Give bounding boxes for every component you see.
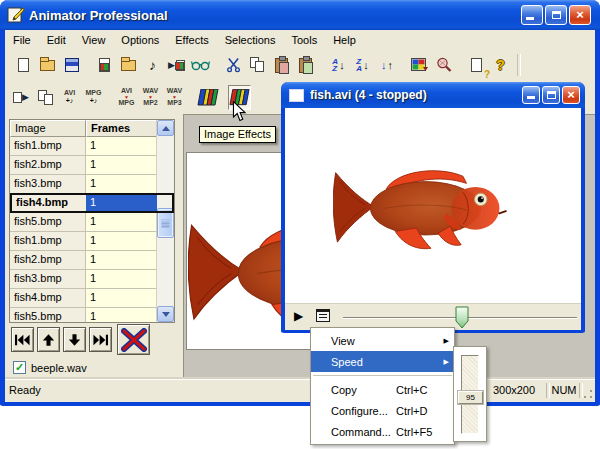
close-icon: × bbox=[567, 88, 575, 101]
build-animation-button[interactable] bbox=[34, 85, 57, 110]
new-file-button[interactable] bbox=[12, 53, 35, 78]
child-maximize-button[interactable] bbox=[542, 86, 560, 104]
cell-frames[interactable]: 1 bbox=[86, 289, 157, 308]
sort-az-button[interactable]: AZ↓ bbox=[327, 53, 350, 78]
table-row[interactable]: fish5.bmp1 bbox=[10, 213, 174, 232]
new-image-button[interactable] bbox=[93, 53, 116, 78]
play-animation-button[interactable]: ▶ bbox=[10, 85, 33, 110]
table-row[interactable]: fish2.bmp1 bbox=[10, 251, 174, 270]
delete-frame-button[interactable] bbox=[117, 324, 150, 355]
paste-image-button[interactable] bbox=[294, 53, 317, 78]
cell-frames[interactable]: 1 bbox=[86, 156, 157, 175]
wav-to-mp3-button[interactable]: WAV▼MP3 bbox=[163, 85, 186, 110]
audio-track-row: ✓ beeple.wav bbox=[13, 361, 87, 374]
audio-button[interactable]: ♪ bbox=[141, 53, 164, 78]
child-window: fish.avi (4 - stopped) × bbox=[281, 82, 585, 333]
menu-item-configure[interactable]: Configure... Ctrl+D bbox=[311, 400, 454, 421]
skip-first-icon bbox=[15, 334, 30, 346]
child-close-button[interactable]: × bbox=[562, 86, 580, 104]
close-button[interactable]: × bbox=[569, 5, 591, 25]
table-row[interactable]: fish3.bmp1 bbox=[10, 270, 174, 289]
menu-item-copy[interactable]: Copy Ctrl+C bbox=[311, 379, 454, 400]
menu-options[interactable]: Options bbox=[113, 32, 167, 48]
zoom-button[interactable] bbox=[432, 53, 455, 78]
speed-submenu: 95 bbox=[453, 346, 487, 442]
cell-frames[interactable]: 1 bbox=[86, 308, 157, 323]
mpg-audio-button[interactable]: MPG+♪ bbox=[82, 85, 105, 110]
app-icon[interactable] bbox=[7, 6, 25, 24]
save-button[interactable] bbox=[60, 53, 83, 78]
cell-image[interactable]: fish2.bmp bbox=[10, 251, 86, 270]
play-button[interactable]: ▶ bbox=[294, 309, 303, 323]
scroll-up-button[interactable] bbox=[157, 120, 174, 136]
speed-slider-thumb[interactable]: 95 bbox=[458, 391, 483, 404]
column-header-image[interactable]: Image bbox=[10, 120, 86, 137]
cell-frames[interactable]: 1 bbox=[86, 175, 157, 194]
minimize-button[interactable] bbox=[521, 5, 543, 25]
film-effects-button[interactable] bbox=[196, 85, 219, 110]
menu-item-command[interactable]: Command... Ctrl+F5 bbox=[311, 421, 454, 442]
first-frame-button[interactable] bbox=[11, 327, 34, 352]
cell-image[interactable]: fish3.bmp bbox=[10, 175, 86, 194]
cell-image[interactable]: fish4.bmp bbox=[12, 195, 86, 211]
paste-frame-button[interactable] bbox=[270, 53, 293, 78]
cell-image[interactable]: fish3.bmp bbox=[10, 270, 86, 289]
preview-button[interactable] bbox=[189, 53, 212, 78]
menu-selections[interactable]: Selections bbox=[217, 32, 284, 48]
audio-track-checkbox[interactable]: ✓ bbox=[13, 361, 26, 374]
frame-list-button[interactable] bbox=[316, 309, 330, 322]
play-frames-button[interactable]: ▶ bbox=[165, 53, 188, 78]
table-row[interactable]: fish1.bmp1 bbox=[10, 137, 174, 156]
cell-frames[interactable]: 1 bbox=[86, 137, 157, 156]
cell-frames[interactable]: 1 bbox=[86, 270, 157, 289]
column-header-frames[interactable]: Frames bbox=[86, 120, 157, 137]
menu-help[interactable]: Help bbox=[325, 32, 364, 48]
scroll-down-button[interactable] bbox=[157, 306, 174, 322]
resize-grip[interactable] bbox=[581, 388, 594, 401]
open-button[interactable] bbox=[36, 53, 59, 78]
maximize-button[interactable] bbox=[545, 5, 567, 25]
menu-effects[interactable]: Effects bbox=[167, 32, 216, 48]
reverse-order-button[interactable]: ↓↑ bbox=[375, 53, 398, 78]
cut-button[interactable] bbox=[222, 53, 245, 78]
next-frame-button[interactable] bbox=[63, 327, 86, 352]
table-row[interactable]: fish4.bmp1 bbox=[10, 289, 174, 308]
table-row[interactable]: fish3.bmp1 bbox=[10, 175, 174, 194]
table-scrollbar[interactable] bbox=[156, 120, 174, 322]
cell-frames[interactable]: 1 bbox=[86, 232, 157, 251]
sort-za-button[interactable]: ZA↓ bbox=[351, 53, 374, 78]
previous-frame-button[interactable] bbox=[37, 327, 60, 352]
cell-image[interactable]: fish2.bmp bbox=[10, 156, 86, 175]
table-row[interactable]: fish2.bmp1 bbox=[10, 156, 174, 175]
copy-button[interactable] bbox=[246, 53, 269, 78]
table-row[interactable]: fish5.bmp1 bbox=[10, 308, 174, 323]
menu-tools[interactable]: Tools bbox=[283, 32, 325, 48]
menu-edit[interactable]: Edit bbox=[39, 32, 74, 48]
menu-file[interactable]: File bbox=[5, 32, 39, 48]
image-palette-button[interactable] bbox=[408, 53, 431, 78]
table-row[interactable]: fish1.bmp1 bbox=[10, 232, 174, 251]
new-image-folder-button[interactable] bbox=[117, 53, 140, 78]
menu-item-view[interactable]: View ▶ bbox=[311, 330, 454, 351]
cell-frames[interactable]: 1 bbox=[86, 213, 157, 232]
wav-to-mp2-button[interactable]: WAV▼MP2 bbox=[139, 85, 162, 110]
seek-slider-thumb[interactable] bbox=[455, 306, 469, 329]
menu-view[interactable]: View bbox=[74, 32, 114, 48]
last-frame-button[interactable] bbox=[89, 327, 112, 352]
help-button[interactable]: ? bbox=[489, 53, 512, 78]
cell-image[interactable]: fish5.bmp bbox=[10, 308, 86, 323]
avi-audio-button[interactable]: AVI+♪ bbox=[58, 85, 81, 110]
cell-image[interactable]: fish1.bmp bbox=[10, 232, 86, 251]
avi-to-mpg-button[interactable]: AVI▼MPG bbox=[115, 85, 138, 110]
cell-frames[interactable]: 1 bbox=[86, 195, 157, 211]
document-icon[interactable] bbox=[289, 89, 304, 102]
main-toolbar: ♪ ▶ AZ↓ ZA↓ ↓↑ bbox=[5, 50, 595, 81]
cell-image[interactable]: fish5.bmp bbox=[10, 213, 86, 232]
table-row-selected[interactable]: fish4.bmp1 bbox=[10, 193, 174, 213]
cell-image[interactable]: fish1.bmp bbox=[10, 137, 86, 156]
menu-item-speed[interactable]: Speed ▶ bbox=[311, 351, 454, 372]
cell-image[interactable]: fish4.bmp bbox=[10, 289, 86, 308]
child-minimize-button[interactable] bbox=[522, 86, 540, 104]
context-help-button[interactable]: ? bbox=[465, 53, 488, 78]
cell-frames[interactable]: 1 bbox=[86, 251, 157, 270]
